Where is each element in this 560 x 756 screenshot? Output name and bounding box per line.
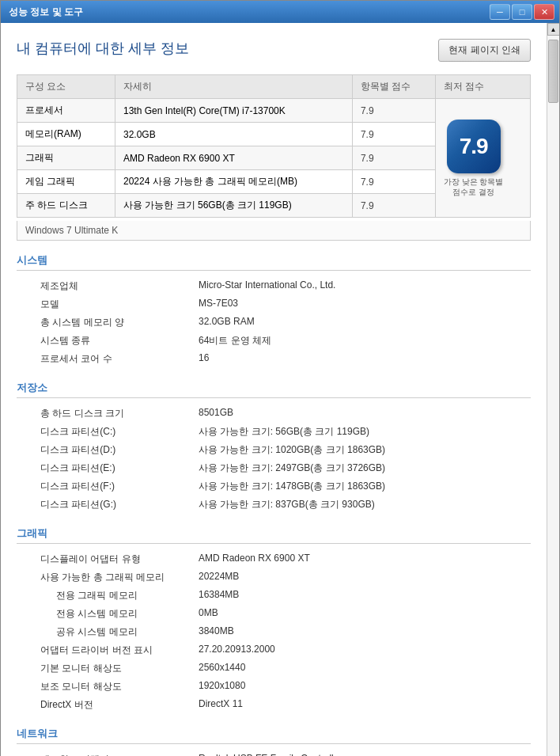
detail-label: 프로세서 코어 수 bbox=[17, 350, 175, 368]
graphics-detail-table: 디스플레이 어댑터 유형 AMD Radeon RX 6900 XT 사용 가능… bbox=[17, 550, 531, 714]
list-item: 전용 그래픽 메모리 16384MB bbox=[17, 587, 531, 605]
page-title: 내 컴퓨터에 대한 세부 정보 bbox=[17, 39, 189, 58]
detail-label: 시스템 종류 bbox=[17, 332, 175, 350]
list-item: 디스크 파티션(G:) 사용 가능한 크기: 837GB(총 크기 930GB) bbox=[17, 496, 531, 514]
score-value: 7.9 bbox=[352, 123, 435, 146]
title-bar: 성능 정보 및 도구 ─ □ ✕ bbox=[1, 1, 559, 23]
list-item: 디스플레이 어댑터 유형 AMD Radeon RX 6900 XT bbox=[17, 550, 531, 568]
detail-label: 보조 모니터 해상도 bbox=[17, 678, 175, 696]
detail-value: 27.20.20913.2000 bbox=[175, 641, 531, 659]
list-item: 네트워크 어댑터 Realtek USB FE Family Controlle… bbox=[17, 750, 531, 756]
list-item: 시스템 종류 64비트 운영 체제 bbox=[17, 332, 531, 350]
detail-value: 64비트 운영 체제 bbox=[175, 332, 531, 350]
maximize-button[interactable]: □ bbox=[512, 4, 532, 20]
list-item: 공유 시스템 메모리 3840MB bbox=[17, 623, 531, 641]
score-badge: 7.9 가장 낮은 항목별점수로 결정 bbox=[444, 120, 504, 197]
detail-label: 디스플레이 어댑터 유형 bbox=[17, 550, 175, 568]
detail-label: 제조업체 bbox=[17, 277, 175, 295]
list-item: 사용 가능한 총 그래픽 메모리 20224MB bbox=[17, 568, 531, 587]
detail-label: 총 시스템 메모리 양 bbox=[17, 313, 175, 332]
col-min-score: 최저 점수 bbox=[435, 75, 530, 99]
close-button[interactable]: ✕ bbox=[534, 4, 554, 20]
component-label: 프로세서 bbox=[17, 99, 115, 123]
list-item: 디스크 파티션(F:) 사용 가능한 크기: 1478GB(총 크기 1863G… bbox=[17, 477, 531, 496]
component-detail: 20224 사용 가능한 총 그래픽 메모리(MB) bbox=[115, 170, 353, 194]
detail-label: 전용 그래픽 메모리 bbox=[17, 587, 175, 605]
detail-label: 전용 시스템 메모리 bbox=[17, 605, 175, 623]
score-value: 7.9 bbox=[352, 146, 435, 170]
list-item: 기본 모니터 해상도 2560x1440 bbox=[17, 659, 531, 678]
detail-value: 8501GB bbox=[175, 405, 531, 423]
component-detail: 32.0GB bbox=[115, 123, 353, 146]
detail-value: 사용 가능한 크기: 1478GB(총 크기 1863GB) bbox=[175, 477, 531, 496]
detail-label: DirectX 버전 bbox=[17, 696, 175, 714]
list-item: DirectX 버전 DirectX 11 bbox=[17, 696, 531, 714]
component-detail: 13th Gen Intel(R) Core(TM) i7-13700K bbox=[115, 99, 353, 123]
network-section-title: 네트워크 bbox=[17, 727, 531, 744]
network-detail-table: 네트워크 어댑터 Realtek USB FE Family Controlle… bbox=[17, 750, 531, 756]
detail-label: 사용 가능한 총 그래픽 메모리 bbox=[17, 568, 175, 587]
detail-value: AMD Radeon RX 6900 XT bbox=[175, 550, 531, 568]
detail-label: 총 하드 디스크 크기 bbox=[17, 405, 175, 423]
scroll-track[interactable] bbox=[547, 36, 559, 756]
table-row: 프로세서 13th Gen Intel(R) Core(TM) i7-13700… bbox=[17, 99, 531, 123]
main-content: 내 컴퓨터에 대한 세부 정보 현재 페이지 인쇄 구성 요소 자세히 항목별 … bbox=[1, 23, 547, 756]
detail-value: Micro-Star International Co., Ltd. bbox=[175, 277, 531, 295]
component-label: 그래픽 bbox=[17, 146, 115, 170]
detail-value: 16384MB bbox=[175, 587, 531, 605]
component-label: 게임 그래픽 bbox=[17, 170, 115, 194]
detail-label: 디스크 파티션(E:) bbox=[17, 459, 175, 477]
scroll-up-button[interactable]: ▲ bbox=[547, 23, 560, 36]
list-item: 전용 시스템 메모리 0MB bbox=[17, 605, 531, 623]
detail-label: 공유 시스템 메모리 bbox=[17, 623, 175, 641]
system-section: 시스템 제조업체 Micro-Star International Co., L… bbox=[17, 253, 531, 368]
detail-value: 0MB bbox=[175, 605, 531, 623]
score-icon: 7.9 bbox=[447, 120, 501, 173]
detail-value: 16 bbox=[175, 350, 531, 368]
score-value: 7.9 bbox=[352, 99, 435, 123]
graphics-section-title: 그래픽 bbox=[17, 526, 531, 544]
col-component: 구성 요소 bbox=[17, 75, 115, 99]
storage-detail-table: 총 하드 디스크 크기 8501GB 디스크 파티션(C:) 사용 가능한 크기… bbox=[17, 405, 531, 514]
print-button[interactable]: 현재 페이지 인쇄 bbox=[438, 39, 531, 62]
col-score: 항목별 점수 bbox=[352, 75, 435, 99]
detail-value: 2560x1440 bbox=[175, 659, 531, 678]
detail-value: 사용 가능한 크기: 2497GB(총 크기 3726GB) bbox=[175, 459, 531, 477]
col-detail: 자세히 bbox=[115, 75, 353, 99]
network-section: 네트워크 네트워크 어댑터 Realtek USB FE Family Cont… bbox=[17, 727, 531, 756]
detail-label: 기본 모니터 해상도 bbox=[17, 659, 175, 678]
window-controls: ─ □ ✕ bbox=[490, 4, 554, 20]
score-value: 7.9 bbox=[352, 194, 435, 218]
list-item: 디스크 파티션(E:) 사용 가능한 크기: 2497GB(총 크기 3726G… bbox=[17, 459, 531, 477]
minimize-button[interactable]: ─ bbox=[490, 4, 510, 20]
list-item: 제조업체 Micro-Star International Co., Ltd. bbox=[17, 277, 531, 295]
detail-value: 20224MB bbox=[175, 568, 531, 587]
list-item: 어댑터 드라이버 버전 표시 27.20.20913.2000 bbox=[17, 641, 531, 659]
list-item: 보조 모니터 해상도 1920x1080 bbox=[17, 678, 531, 696]
performance-table: 구성 요소 자세히 항목별 점수 최저 점수 프로세서 13th Gen Int… bbox=[17, 74, 531, 218]
detail-value: MS-7E03 bbox=[175, 295, 531, 313]
detail-value: 32.0GB RAM bbox=[175, 313, 531, 332]
detail-value: 3840MB bbox=[175, 623, 531, 641]
list-item: 모델 MS-7E03 bbox=[17, 295, 531, 313]
system-section-title: 시스템 bbox=[17, 253, 531, 271]
component-label: 주 하드 디스크 bbox=[17, 194, 115, 218]
component-detail: 사용 가능한 크기 56GB(총 크기 119GB) bbox=[115, 194, 353, 218]
detail-label: 디스크 파티션(C:) bbox=[17, 423, 175, 441]
component-label: 메모리(RAM) bbox=[17, 123, 115, 146]
detail-value: 사용 가능한 크기: 1020GB(총 크기 1863GB) bbox=[175, 441, 531, 459]
detail-value: 1920x1080 bbox=[175, 678, 531, 696]
main-window: 성능 정보 및 도구 ─ □ ✕ 내 컴퓨터에 대한 세부 정보 현재 페이지 … bbox=[0, 0, 560, 756]
score-value: 7.9 bbox=[352, 170, 435, 194]
detail-value: Realtek USB FE Family Controller bbox=[175, 750, 531, 756]
score-badge-cell: 7.9 가장 낮은 항목별점수로 결정 bbox=[435, 99, 530, 218]
scroll-thumb[interactable] bbox=[548, 40, 558, 103]
windows-edition: Windows 7 Ultimate K bbox=[17, 221, 531, 241]
detail-value: 사용 가능한 크기: 837GB(총 크기 930GB) bbox=[175, 496, 531, 514]
score-label: 가장 낮은 항목별점수로 결정 bbox=[444, 177, 504, 197]
list-item: 총 하드 디스크 크기 8501GB bbox=[17, 405, 531, 423]
window-title: 성능 정보 및 도구 bbox=[9, 6, 83, 19]
detail-value: 사용 가능한 크기: 56GB(총 크기 119GB) bbox=[175, 423, 531, 441]
detail-value: DirectX 11 bbox=[175, 696, 531, 714]
scrollbar[interactable]: ▲ ▼ bbox=[547, 23, 559, 756]
